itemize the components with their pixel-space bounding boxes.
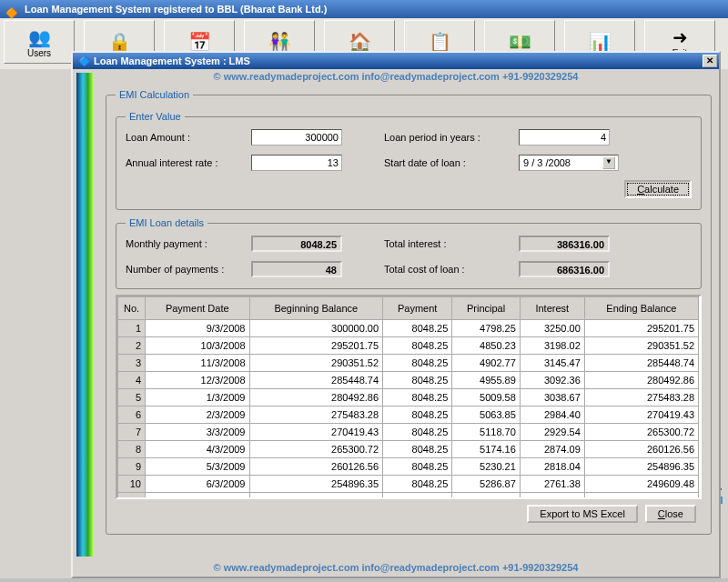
table-cell: 249609.48 xyxy=(584,476,698,493)
amortization-grid-scroll[interactable]: No.Payment DateBeginning BalancePaymentP… xyxy=(117,296,700,497)
table-cell: 2/3/2009 xyxy=(146,406,250,424)
table-cell: 290351.52 xyxy=(249,355,383,372)
toolbar-icon: ➜ xyxy=(672,26,688,48)
table-cell: 8048.25 xyxy=(383,476,452,493)
table-cell: 4850.23 xyxy=(452,337,520,355)
table-cell: 285448.74 xyxy=(584,355,698,372)
table-cell: 5 xyxy=(118,389,146,406)
table-cell: 300000.00 xyxy=(249,320,383,337)
table-cell: 11 xyxy=(118,493,146,498)
table-cell: 2984.40 xyxy=(520,406,584,424)
table-cell: 5063.85 xyxy=(452,406,520,424)
dialog-app-icon: 🔷 xyxy=(78,53,91,69)
table-row[interactable]: 84/3/2009265300.728048.255174.162874.092… xyxy=(118,441,699,458)
watermark-top: © www.readymadeproject.com info@readymad… xyxy=(73,69,719,84)
table-cell: 270419.43 xyxy=(249,424,383,441)
table-cell: 8 xyxy=(118,441,146,458)
table-cell: 275483.28 xyxy=(584,389,698,406)
table-cell: 10/3/2008 xyxy=(146,337,250,355)
chevron-down-icon[interactable]: ▼ xyxy=(602,156,615,169)
calculate-button[interactable]: CCalculatealculate xyxy=(624,180,692,198)
table-row[interactable]: 62/3/2009275483.288048.255063.852984.402… xyxy=(118,406,699,424)
table-cell: 295201.75 xyxy=(249,337,383,355)
export-button[interactable]: Export to MS Excel xyxy=(527,505,638,523)
app-icon: 🔶 xyxy=(5,4,18,16)
table-cell: 5/3/2009 xyxy=(146,458,250,476)
table-row[interactable]: 117/3/2009249609.488048.255344.152704.10… xyxy=(118,493,699,498)
start-date-picker[interactable]: 9 / 3 /2008 ▼ xyxy=(519,155,619,171)
dialog-titlebar: 🔷 Loan Management System : LMS ✕ xyxy=(73,53,719,69)
table-cell: 3/3/2009 xyxy=(146,424,250,441)
table-cell: 265300.72 xyxy=(249,441,383,458)
annual-rate-label: Annual interest rate : xyxy=(126,157,244,168)
column-header[interactable]: Principal xyxy=(452,297,520,320)
table-row[interactable]: 210/3/2008295201.758048.254850.233198.02… xyxy=(118,337,699,355)
table-cell: 2761.38 xyxy=(520,476,584,493)
table-cell: 3 xyxy=(118,355,146,372)
table-cell: 6 xyxy=(118,406,146,424)
column-header[interactable]: Interest xyxy=(520,297,584,320)
start-date-label: Start date of loan : xyxy=(384,157,511,168)
emi-dialog: 🔷 Loan Management System : LMS ✕ © www.r… xyxy=(71,51,721,578)
table-row[interactable]: 19/3/2008300000.008048.254798.253250.002… xyxy=(118,320,699,337)
table-cell: 244265.33 xyxy=(584,493,698,498)
num-payments-value: 48 xyxy=(251,261,342,277)
side-gradient-stripe xyxy=(76,73,93,557)
monthly-payment-label: Monthly payment : xyxy=(126,238,244,249)
table-cell: 280492.86 xyxy=(249,389,383,406)
loan-period-label: Loan period in years : xyxy=(384,132,511,143)
total-interest-value: 386316.00 xyxy=(519,236,610,252)
toolbar-icon: 🔒 xyxy=(108,31,131,53)
toolbar-button-users[interactable]: 👥Users xyxy=(4,20,75,64)
table-row[interactable]: 106/3/2009254896.358048.255286.872761.38… xyxy=(118,476,699,493)
table-cell: 280492.86 xyxy=(584,372,698,389)
toolbar-icon: 📋 xyxy=(429,31,451,53)
table-cell: 8048.25 xyxy=(383,441,452,458)
table-cell: 260126.56 xyxy=(584,441,698,458)
column-header[interactable]: Beginning Balance xyxy=(249,297,383,320)
close-icon[interactable]: ✕ xyxy=(703,55,717,67)
table-cell: 9/3/2008 xyxy=(146,320,250,337)
table-cell: 4 xyxy=(118,372,146,389)
main-window-titlebar: 🔶 Loan Management System registered to B… xyxy=(0,0,728,18)
table-cell: 9 xyxy=(118,458,146,476)
table-cell: 265300.72 xyxy=(584,424,698,441)
table-cell: 260126.56 xyxy=(249,458,383,476)
column-header[interactable]: Payment xyxy=(383,297,452,320)
table-cell: 254896.35 xyxy=(584,458,698,476)
column-header[interactable]: Ending Balance xyxy=(584,297,698,320)
column-header[interactable]: No. xyxy=(118,297,146,320)
table-row[interactable]: 412/3/2008285448.748048.254955.893092.36… xyxy=(118,372,699,389)
column-header[interactable]: Payment Date xyxy=(146,297,250,320)
table-cell: 8048.25 xyxy=(383,424,452,441)
table-cell: 290351.52 xyxy=(584,337,698,355)
table-cell: 11/3/2008 xyxy=(146,355,250,372)
annual-rate-input[interactable] xyxy=(251,155,342,171)
close-button[interactable]: CloseClose xyxy=(645,505,696,523)
table-cell: 8048.25 xyxy=(383,337,452,355)
table-row[interactable]: 73/3/2009270419.438048.255118.702929.542… xyxy=(118,424,699,441)
amortization-grid-wrapper: No.Payment DateBeginning BalancePaymentP… xyxy=(116,295,702,499)
loan-amount-input[interactable] xyxy=(251,129,342,146)
num-payments-label: Number of payments : xyxy=(126,264,244,275)
table-cell: 2874.09 xyxy=(520,441,584,458)
table-cell: 8048.25 xyxy=(383,320,452,337)
table-row[interactable]: 95/3/2009260126.568048.255230.212818.042… xyxy=(118,458,699,476)
table-cell: 5286.87 xyxy=(452,476,520,493)
toolbar-icon: 📊 xyxy=(589,31,612,53)
toolbar-icon: 👥 xyxy=(28,26,51,48)
table-cell: 2 xyxy=(118,337,146,355)
table-cell: 1 xyxy=(118,320,146,337)
table-cell: 5344.15 xyxy=(452,493,520,498)
table-cell: 7 xyxy=(118,424,146,441)
table-cell: 4955.89 xyxy=(452,372,520,389)
loan-amount-label: Loan Amount : xyxy=(126,132,244,143)
table-cell: 3038.67 xyxy=(520,389,584,406)
table-row[interactable]: 51/3/2009280492.868048.255009.583038.672… xyxy=(118,389,699,406)
table-cell: 6/3/2009 xyxy=(146,476,250,493)
start-date-value: 9 / 3 /2008 xyxy=(523,157,571,168)
table-cell: 5009.58 xyxy=(452,389,520,406)
table-row[interactable]: 311/3/2008290351.528048.254902.773145.47… xyxy=(118,355,699,372)
loan-period-input[interactable] xyxy=(519,129,610,146)
table-cell: 285448.74 xyxy=(249,372,383,389)
